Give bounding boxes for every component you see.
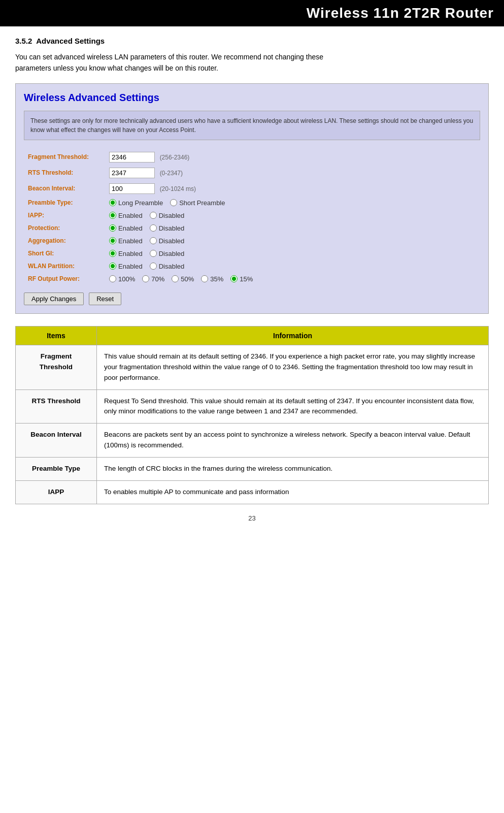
iapp-disabled-radio[interactable] xyxy=(150,212,157,219)
wlan-partition-disabled-radio[interactable] xyxy=(150,263,157,270)
rf-70-label: 70% xyxy=(151,275,164,283)
aggregation-enabled-label: Enabled xyxy=(118,237,143,245)
aggregation-disabled-radio[interactable] xyxy=(150,237,157,244)
fragment-threshold-info: This value should remain at its default … xyxy=(97,345,489,389)
rts-threshold-cell: (0-2347) xyxy=(105,165,480,181)
rf-50-option[interactable]: 50% xyxy=(172,275,194,283)
rts-threshold-row: RTS Threshold: (0-2347) xyxy=(24,165,480,181)
rf-15-radio[interactable] xyxy=(230,275,238,282)
iapp-disabled-label: Disabled xyxy=(159,212,185,219)
protection-cell: Enabled Disabled xyxy=(105,222,480,235)
apply-changes-button[interactable]: Apply Changes xyxy=(24,292,84,305)
wlan-partition-enabled-radio[interactable] xyxy=(109,263,116,270)
rts-threshold-input[interactable] xyxy=(109,168,155,178)
fragment-threshold-range: (256-2346) xyxy=(160,154,190,161)
rf-100-option[interactable]: 100% xyxy=(109,275,135,283)
iapp-item: IAPP xyxy=(16,481,97,504)
aggregation-enabled-radio[interactable] xyxy=(109,237,116,244)
fragment-threshold-cell: (256-2346) xyxy=(105,149,480,165)
iapp-enabled-radio[interactable] xyxy=(109,212,116,219)
beacon-interval-range: (20-1024 ms) xyxy=(160,185,196,192)
preamble-type-item: Preamble Type xyxy=(16,458,97,481)
settings-form: Fragment Threshold: (256-2346) RTS Thres… xyxy=(24,149,480,285)
aggregation-disabled-option[interactable]: Disabled xyxy=(150,237,185,245)
rf-100-radio[interactable] xyxy=(109,275,116,282)
short-gi-disabled-radio[interactable] xyxy=(150,250,157,257)
rf-15-label: 15% xyxy=(240,275,253,283)
protection-enabled-label: Enabled xyxy=(118,224,143,232)
button-row: Apply Changes Reset xyxy=(24,292,480,305)
rf-35-radio[interactable] xyxy=(201,275,208,282)
table-row: Beacon Interval Beacons are packets sent… xyxy=(16,424,489,458)
iapp-label: IAPP: xyxy=(24,209,105,222)
short-gi-disabled-label: Disabled xyxy=(159,250,185,257)
page-number: 23 xyxy=(15,514,489,522)
wlan-partition-row: WLAN Partition: Enabled Disabled xyxy=(24,260,480,273)
rf-35-option[interactable]: 35% xyxy=(201,275,223,283)
rts-threshold-info: Request To Send threshold. This value sh… xyxy=(97,389,489,424)
fragment-threshold-input[interactable] xyxy=(109,152,155,162)
preamble-short-label: Short Preamble xyxy=(179,199,225,207)
panel-title: Wireless Advanced Settings xyxy=(24,92,480,104)
rts-threshold-item: RTS Threshold xyxy=(16,389,97,424)
preamble-type-label: Preamble Type: xyxy=(24,197,105,209)
wlan-partition-disabled-option[interactable]: Disabled xyxy=(150,263,185,270)
short-gi-enabled-label: Enabled xyxy=(118,250,143,257)
beacon-interval-label: Beacon Interval: xyxy=(24,181,105,197)
information-header: Information xyxy=(97,326,489,345)
reset-button[interactable]: Reset xyxy=(89,292,121,305)
rf-70-option[interactable]: 70% xyxy=(142,275,164,283)
info-table: Items Information FragmentThreshold This… xyxy=(15,326,489,504)
panel-note: These settings are only for more technic… xyxy=(24,111,480,140)
wlan-partition-cell: Enabled Disabled xyxy=(105,260,480,273)
fragment-threshold-label: Fragment Threshold: xyxy=(24,149,105,165)
iapp-disabled-option[interactable]: Disabled xyxy=(150,212,185,219)
short-gi-enabled-radio[interactable] xyxy=(109,250,116,257)
iapp-cell: Enabled Disabled xyxy=(105,209,480,222)
rf-output-power-label: RF Output Power: xyxy=(24,273,105,285)
protection-enabled-radio[interactable] xyxy=(109,224,116,232)
protection-disabled-option[interactable]: Disabled xyxy=(150,224,185,232)
rf-50-label: 50% xyxy=(181,275,194,283)
preamble-long-radio[interactable] xyxy=(109,199,116,206)
table-row: IAPP To enables multiple AP to communica… xyxy=(16,481,489,504)
wlan-partition-label: WLAN Partition: xyxy=(24,260,105,273)
header-title: Wireless 11n 2T2R Router xyxy=(307,5,494,21)
protection-enabled-option[interactable]: Enabled xyxy=(109,224,143,232)
aggregation-enabled-option[interactable]: Enabled xyxy=(109,237,143,245)
preamble-long-option[interactable]: Long Preamble xyxy=(109,199,163,207)
aggregation-row: Aggregation: Enabled Disabled xyxy=(24,235,480,247)
rf-70-radio[interactable] xyxy=(142,275,149,282)
protection-label: Protection: xyxy=(24,222,105,235)
preamble-type-cell: Long Preamble Short Preamble xyxy=(105,197,480,209)
short-gi-disabled-option[interactable]: Disabled xyxy=(150,250,185,257)
beacon-interval-input[interactable] xyxy=(109,183,155,194)
aggregation-disabled-label: Disabled xyxy=(159,237,185,245)
iapp-enabled-option[interactable]: Enabled xyxy=(109,212,143,219)
rf-15-option[interactable]: 15% xyxy=(230,275,253,283)
preamble-short-option[interactable]: Short Preamble xyxy=(170,199,225,207)
section-description: You can set advanced wireless LAN parame… xyxy=(15,51,489,74)
iapp-row: IAPP: Enabled Disabled xyxy=(24,209,480,222)
table-row: RTS Threshold Request To Send threshold.… xyxy=(16,389,489,424)
main-content: 3.5.2 Advanced Settings You can set adva… xyxy=(0,26,504,532)
fragment-threshold-row: Fragment Threshold: (256-2346) xyxy=(24,149,480,165)
preamble-type-row: Preamble Type: Long Preamble Short Pream… xyxy=(24,197,480,209)
protection-row: Protection: Enabled Disabled xyxy=(24,222,480,235)
protection-disabled-label: Disabled xyxy=(159,224,185,232)
rts-threshold-label: RTS Threshold: xyxy=(24,165,105,181)
items-header: Items xyxy=(16,326,97,345)
rf-50-radio[interactable] xyxy=(172,275,179,282)
info-table-header-row: Items Information xyxy=(16,326,489,345)
protection-disabled-radio[interactable] xyxy=(150,224,157,232)
page-header: Wireless 11n 2T2R Router xyxy=(0,0,504,26)
preamble-short-radio[interactable] xyxy=(170,199,177,206)
iapp-enabled-label: Enabled xyxy=(118,212,143,219)
preamble-type-info: The length of CRC blocks in the frames d… xyxy=(97,458,489,481)
wlan-partition-enabled-label: Enabled xyxy=(118,263,143,270)
rf-100-label: 100% xyxy=(118,275,135,283)
aggregation-label: Aggregation: xyxy=(24,235,105,247)
rf-35-label: 35% xyxy=(210,275,223,283)
wlan-partition-enabled-option[interactable]: Enabled xyxy=(109,263,143,270)
short-gi-enabled-option[interactable]: Enabled xyxy=(109,250,143,257)
